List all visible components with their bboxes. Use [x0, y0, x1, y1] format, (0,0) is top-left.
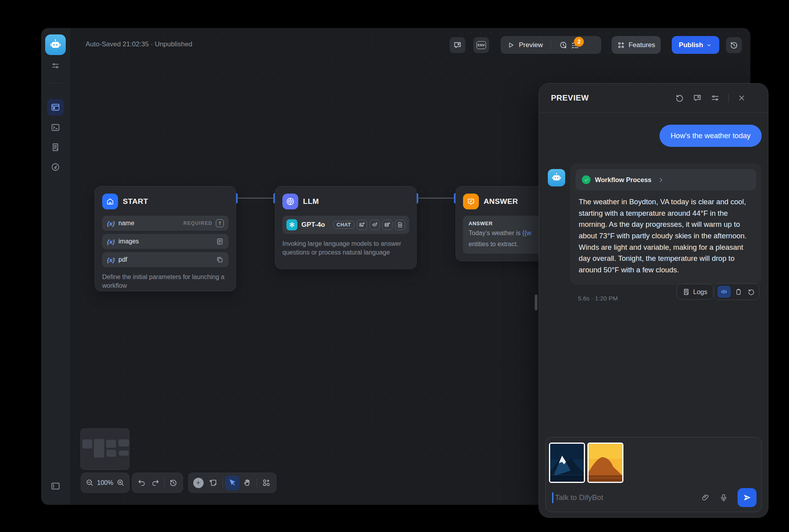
answer-node-title: ANSWER: [484, 197, 518, 206]
divider: [257, 478, 257, 488]
divider: [164, 478, 164, 488]
start-field-images[interactable]: {x} images: [102, 234, 229, 249]
document-capability-icon: [395, 220, 405, 230]
workflow-process-label: Workflow Process: [595, 176, 652, 184]
chat-input-placeholder: Talk to DifyBot: [555, 493, 603, 502]
undo-button[interactable]: [135, 475, 149, 490]
chat-input[interactable]: Talk to DifyBot: [552, 487, 757, 508]
divider: [223, 478, 223, 488]
add-node-button[interactable]: [191, 475, 206, 490]
env-variables-button[interactable]: ENV: [473, 37, 489, 53]
start-node-description: Define the initial parameters for launch…: [102, 273, 229, 290]
dify-workflow-app: START {x} name REQUIRED T {x} images: [0, 0, 789, 532]
llm-node[interactable]: LLM ✻ GPT-4o CHAT: [275, 186, 417, 269]
edge-start-llm: [236, 198, 275, 199]
preview-header: PREVIEW: [539, 84, 768, 113]
llm-node-title: LLM: [303, 197, 319, 206]
audio-capability-icon: [370, 220, 380, 230]
features-label: Features: [629, 41, 655, 49]
play-icon[interactable]: [507, 41, 515, 49]
bot-message-text: The weather in Boydton, VA today is clea…: [579, 196, 747, 276]
zoom-in-button[interactable]: [114, 475, 127, 490]
preview-run-button[interactable]: Preview: [519, 41, 543, 49]
home-icon: [102, 194, 118, 209]
field-images-label: images: [118, 238, 139, 245]
microphone-icon[interactable]: [718, 493, 730, 502]
copy-clipboard-icon[interactable]: [733, 288, 743, 296]
restart-conversation-icon[interactable]: [675, 93, 684, 103]
start-field-pdf[interactable]: {x} pdf: [102, 252, 229, 267]
left-sidebar: [41, 28, 70, 505]
canvas-scrollbar[interactable]: [535, 294, 537, 310]
publish-button[interactable]: Publish: [672, 36, 719, 54]
user-message-bubble: How's the weather today: [659, 125, 762, 147]
answer-bubble-check-icon: [463, 194, 479, 209]
message-actions-group: [714, 283, 759, 300]
preview-panel: PREVIEW How's the weather today: [539, 83, 768, 518]
annotation-button[interactable]: [450, 37, 465, 53]
attached-image-orange-mountain[interactable]: [587, 443, 623, 483]
version-history-button[interactable]: [726, 37, 742, 53]
openai-logo-icon: ✻: [286, 219, 297, 230]
bot-message-bubble: Workflow Process The weather in Boydton,…: [570, 163, 762, 285]
run-history-icon[interactable]: [557, 41, 569, 49]
variable-icon: {x}: [107, 220, 115, 227]
logs-button[interactable]: Logs: [677, 284, 713, 300]
answer-variable-token: {{w: [522, 230, 531, 236]
zoom-level[interactable]: 100%: [96, 479, 114, 486]
settings-sliders-icon[interactable]: [711, 93, 720, 103]
logs-label: Logs: [693, 288, 707, 296]
sidebar-item-logs[interactable]: [47, 139, 64, 156]
close-icon[interactable]: [738, 94, 746, 102]
required-tag: REQUIRED: [183, 220, 212, 226]
start-node-title: START: [123, 197, 148, 206]
zoom-out-button[interactable]: [84, 475, 96, 490]
sidebar-item-orchestrate[interactable]: [47, 99, 64, 116]
features-button[interactable]: Features: [612, 36, 661, 54]
zoom-toolbar: 100%: [81, 473, 130, 493]
hand-mode-button[interactable]: [240, 475, 254, 490]
variable-icon: {x}: [107, 256, 115, 263]
sidebar-item-terminal[interactable]: [47, 119, 64, 136]
vision-capability-icon: [357, 220, 367, 230]
app-logo-robot-icon[interactable]: [45, 34, 66, 55]
variable-icon: {x}: [107, 238, 115, 245]
run-controls-group: Preview 2: [501, 36, 601, 54]
redo-button[interactable]: [149, 475, 162, 490]
canvas-minimap[interactable]: [80, 428, 130, 470]
change-history-button[interactable]: [166, 475, 180, 490]
text-input-icon: T: [216, 219, 224, 227]
send-button[interactable]: [738, 488, 757, 507]
paragraph-icon: [216, 238, 224, 245]
checklist-icon[interactable]: 2: [569, 41, 581, 49]
field-name-label: name: [118, 220, 134, 227]
collapse-sidebar-icon[interactable]: [47, 478, 64, 494]
sidebar-item-monitoring[interactable]: [47, 159, 64, 175]
undo-redo-toolbar: [132, 473, 183, 493]
annotation-icon[interactable]: [693, 93, 702, 103]
video-capability-icon: [382, 220, 393, 230]
success-check-icon: [582, 175, 591, 184]
tools-sliders-icon[interactable]: [47, 57, 64, 74]
start-node[interactable]: START {x} name REQUIRED T {x} images: [95, 186, 236, 291]
pointer-mode-button[interactable]: [225, 475, 240, 490]
start-field-name[interactable]: {x} name REQUIRED T: [102, 216, 229, 231]
chat-mode-badge: CHAT: [333, 221, 354, 229]
publish-label: Publish: [679, 41, 703, 49]
sidebar-divider: [48, 83, 63, 84]
add-note-button[interactable]: [206, 475, 220, 490]
autosave-status: Auto-Saved 21:02:35 · Unpublished: [86, 40, 192, 48]
model-selector[interactable]: ✻ GPT-4o CHAT: [282, 216, 409, 234]
speaker-icon[interactable]: [717, 286, 731, 298]
workflow-process-toggle[interactable]: Workflow Process: [576, 169, 756, 190]
regenerate-icon[interactable]: [746, 288, 756, 296]
canvas-tools-toolbar: [188, 473, 276, 493]
llm-node-description: Invoking large language models to answer…: [282, 239, 409, 257]
paperclip-icon[interactable]: [699, 493, 711, 502]
bot-avatar: [548, 169, 565, 186]
attached-image-blue-mountain[interactable]: [549, 443, 585, 483]
organize-blocks-button[interactable]: [259, 475, 274, 490]
chat-input-container: Talk to DifyBot: [545, 437, 762, 512]
edge-llm-answer: [417, 198, 455, 199]
message-meta: 5.6s · 1:20 PM: [578, 295, 618, 302]
